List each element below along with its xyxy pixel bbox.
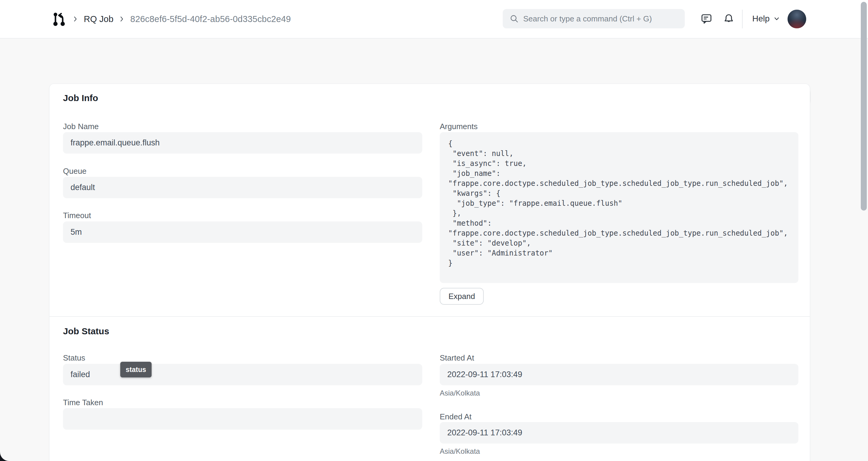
- notifications-button[interactable]: [721, 11, 737, 27]
- section-divider: [50, 316, 810, 317]
- job-status-heading: Job Status: [63, 326, 109, 337]
- timeout-input[interactable]: 5m: [63, 222, 422, 243]
- expand-button[interactable]: Expand: [440, 288, 484, 305]
- started-at-label: Started At: [440, 353, 798, 363]
- status-input[interactable]: failed: [63, 364, 422, 385]
- page-header: frappe.email.queue.flush failed: [0, 39, 868, 84]
- queue-input[interactable]: default: [63, 177, 422, 198]
- scrollbar-thumb[interactable]: [861, 2, 867, 210]
- chevron-down-icon: [773, 16, 780, 22]
- job-name-label: Job Name: [63, 122, 422, 131]
- chat-button[interactable]: [699, 11, 714, 27]
- help-dropdown[interactable]: Help: [752, 11, 780, 27]
- started-at-input[interactable]: 2022-09-11 17:03:49: [440, 364, 798, 385]
- app-viewport: RQ Job 826c8ef6-5f5d-40f2-ab56-0d335cbc2…: [0, 0, 868, 461]
- bell-icon: [722, 12, 735, 25]
- breadcrumb: RQ Job 826c8ef6-5f5d-40f2-ab56-0d335cbc2…: [72, 0, 291, 38]
- search-input[interactable]: [523, 14, 678, 24]
- form-card: Job Info Job Name frappe.email.queue.flu…: [49, 84, 810, 461]
- status-label: Status: [63, 353, 422, 363]
- chevron-right-icon: [119, 16, 125, 22]
- ended-at-timezone: Asia/Kolkata: [440, 447, 480, 456]
- app-logo[interactable]: [53, 11, 65, 27]
- arguments-code-block: { "event": null, "is_async": true, "job_…: [440, 132, 798, 283]
- job-name-input[interactable]: frappe.email.queue.flush: [63, 132, 422, 153]
- fieldname-tooltip: status: [120, 362, 152, 377]
- breadcrumb-current-id: 826c8ef6-5f5d-40f2-ab56-0d335cbc2e49: [130, 14, 291, 24]
- user-avatar[interactable]: [787, 10, 806, 28]
- comment-icon: [700, 12, 713, 25]
- ended-at-label: Ended At: [440, 412, 798, 422]
- fieldname-tooltip-text: status: [126, 366, 146, 374]
- scrollbar-track[interactable]: [860, 0, 868, 461]
- git-branch-logo-icon: [53, 11, 65, 27]
- navbar: RQ Job 826c8ef6-5f5d-40f2-ab56-0d335cbc2…: [0, 0, 868, 39]
- help-label: Help: [752, 14, 770, 24]
- breadcrumb-rq-job-link[interactable]: RQ Job: [84, 14, 113, 24]
- time-taken-input[interactable]: [63, 408, 422, 430]
- ended-at-input[interactable]: 2022-09-11 17:03:49: [440, 422, 798, 443]
- job-info-heading: Job Info: [63, 93, 98, 103]
- search-bar[interactable]: [503, 9, 685, 28]
- time-taken-label: Time Taken: [63, 398, 422, 407]
- queue-label: Queue: [63, 167, 422, 176]
- arguments-label: Arguments: [440, 122, 798, 131]
- navbar-divider: [742, 10, 743, 28]
- search-icon: [509, 14, 519, 24]
- chevron-right-icon: [72, 16, 79, 22]
- timeout-label: Timeout: [63, 211, 422, 220]
- started-at-timezone: Asia/Kolkata: [440, 389, 480, 397]
